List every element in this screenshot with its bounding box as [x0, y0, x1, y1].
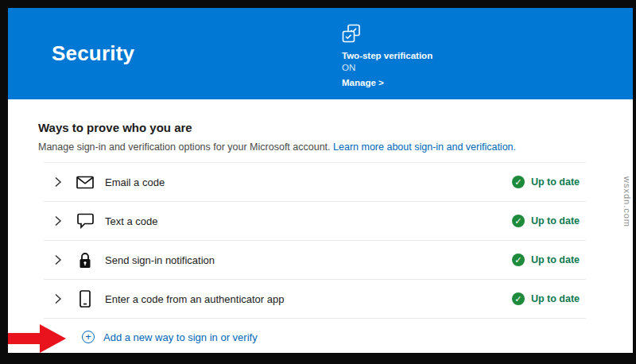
envelope-icon	[76, 176, 95, 189]
row-email-a-code[interactable]: Email a code ✓ Up to date	[44, 163, 586, 202]
check-circle-icon: ✓	[512, 176, 525, 188]
two-step-verification-summary: Two-step verification ON Manage >	[342, 24, 432, 90]
lock-icon	[76, 252, 95, 269]
learn-more-link[interactable]: Learn more about sign-in and verificatio…	[333, 141, 516, 153]
chevron-right-icon[interactable]	[54, 254, 62, 265]
status-label: Up to date	[531, 215, 580, 227]
check-circle-icon: ✓	[512, 215, 525, 227]
chevron-right-icon[interactable]	[54, 215, 62, 227]
row-send-sign-in-notification[interactable]: Send sign-in notification ✓ Up to date	[44, 241, 586, 280]
security-header: Security Two-step verification ON Manage…	[8, 8, 633, 99]
method-label: Send sign-in notification	[105, 254, 215, 266]
page-title: Security	[52, 41, 134, 66]
method-label: Enter a code from an authenticator app	[105, 293, 284, 305]
method-label: Text a code	[105, 215, 158, 227]
two-step-manage-link[interactable]: Manage >	[342, 77, 384, 88]
watermark: wsxdn.com	[622, 176, 632, 227]
account-security-page: Security Two-step verification ON Manage…	[8, 8, 633, 353]
section-subtext: Manage sign-in and verification options …	[38, 141, 633, 153]
section-heading: Ways to prove who you are	[38, 121, 633, 134]
sign-in-methods-list: Email a code ✓ Up to date Text a code	[44, 162, 586, 319]
plus-circle-icon: +	[82, 331, 95, 343]
status-badge: ✓ Up to date	[512, 176, 586, 188]
status-badge: ✓ Up to date	[512, 215, 586, 227]
method-label: Email a code	[105, 176, 165, 188]
phone-icon	[76, 290, 95, 308]
row-authenticator-app-code[interactable]: Enter a code from an authenticator app ✓…	[44, 280, 586, 319]
subtext: Manage sign-in and verification options …	[38, 141, 333, 153]
add-sign-in-method-link[interactable]: Add a new way to sign in or verify	[103, 331, 258, 343]
two-step-status: ON	[342, 62, 432, 73]
main-content: Ways to prove who you are Manage sign-in…	[8, 121, 633, 353]
chevron-right-icon[interactable]	[54, 176, 62, 188]
red-arrow-annotation	[8, 323, 68, 353]
two-step-title: Two-step verification	[342, 50, 432, 61]
check-circle-icon: ✓	[512, 292, 525, 305]
check-circle-icon: ✓	[512, 254, 525, 266]
add-sign-in-method[interactable]: + Add a new way to sign in or verify	[44, 319, 586, 353]
status-label: Up to date	[531, 176, 580, 188]
status-label: Up to date	[531, 293, 580, 304]
status-badge: ✓ Up to date	[512, 254, 586, 266]
two-step-verification-icon	[342, 24, 432, 47]
chevron-right-icon[interactable]	[54, 293, 62, 304]
row-text-a-code[interactable]: Text a code ✓ Up to date	[44, 202, 586, 241]
status-badge: ✓ Up to date	[512, 292, 586, 305]
status-label: Up to date	[531, 254, 580, 265]
chat-icon	[76, 213, 95, 229]
